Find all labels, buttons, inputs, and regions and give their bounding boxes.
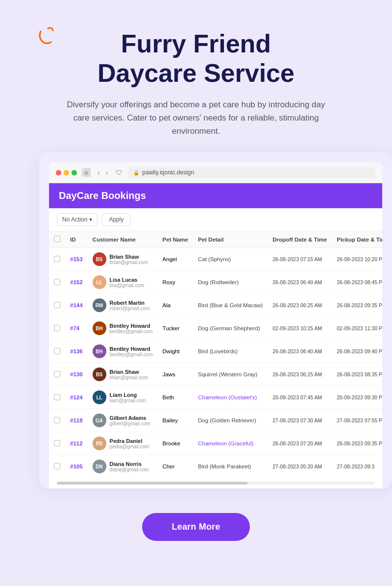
row-id: #112 [65,432,88,455]
customer-email: bentley@gmail.com [110,352,153,357]
row-pickup: 02-09-2023 11:30 P [332,317,382,340]
row-pickup: 26-08-2023 08:35 P [332,363,382,386]
row-dropoff: 02-09-2023 10:25 AM [268,317,332,340]
row-checkbox[interactable] [54,302,60,308]
browser-url-bar[interactable]: 🔒 pawlly.iqonic.design [128,167,375,178]
row-checkbox-cell [49,248,65,271]
header-id: ID [65,231,88,248]
row-pet-detail: Chameleon (Oustalet's) [193,386,268,409]
row-checkbox[interactable] [54,417,60,423]
row-id: #105 [65,455,88,478]
learn-more-button[interactable]: Learn More [142,513,249,541]
table-header-row: ID Customer Name Pet Name Pet Detail Dro… [49,231,382,248]
avatar: BH [93,321,106,335]
avatar: RM [93,298,106,312]
row-pet-name: Dwight [158,340,193,363]
customer-email: gilbert@gmail.com [110,421,150,426]
customer-email: brian@gmail.com [110,375,148,380]
table-row: #130 BS Brian Shaw brian@gmail.com Jaws … [49,363,382,386]
row-customer: BH Bentley Howard bentley@gmail.com [88,340,158,363]
row-checkbox-cell [49,340,65,363]
row-checkbox[interactable] [54,348,60,354]
row-checkbox[interactable] [54,371,60,377]
browser-mockup: ⊞ ‹ › 🛡 🔒 pawlly.iqonic.design DayCare B… [39,152,392,488]
row-customer: RM Robert Martin robert@gmail.com [88,294,158,317]
row-dropoff: 26-08-2023 07:20 AM [268,432,332,455]
header-pet-name: Pet Name [158,231,193,248]
row-pet-detail: Cat (Sphynx) [193,248,268,271]
horizontal-scrollbar[interactable] [57,482,374,485]
row-pet-detail: Bird (Blue & Gold Macaw) [193,294,268,317]
customer-email: brian@gmail.com [110,260,148,265]
row-pet-name: Jaws [158,363,193,386]
browser-dots [56,170,77,175]
row-checkbox[interactable] [54,394,60,400]
apply-button[interactable]: Apply [101,213,131,226]
avatar: BS [93,252,106,266]
row-dropoff: 26-08-2023 06:40 AM [268,271,332,294]
row-checkbox-cell [49,409,65,432]
row-pickup: 26-08-2023 08:45 P [332,271,382,294]
row-id: #136 [65,340,88,363]
row-checkbox[interactable] [54,256,60,262]
row-checkbox[interactable] [54,440,60,446]
header-customer-name: Customer Name [88,231,158,248]
scrollbar-thumb [57,482,247,485]
row-id: #124 [65,386,88,409]
row-checkbox-cell [49,386,65,409]
table-row: #112 PD Pedra Daniel pedra@gmail.com Bro… [49,432,382,455]
browser-content: DayCare Bookings No Action ▾ Apply [49,183,382,488]
row-checkbox[interactable] [54,463,60,469]
row-checkbox-cell [49,455,65,478]
avatar: BH [93,344,106,358]
table-row: #118 GA Gilbert Adams gilbert@gmail.com … [49,409,382,432]
customer-email: diana@gmail.com [110,467,149,472]
row-pet-detail: Squirrel (Western Gray) [193,363,268,386]
row-dropoff: 27-08-2023 07:30 AM [268,409,332,432]
row-customer: BH Bentley Howard bentley@gmail.com [88,317,158,340]
row-dropoff: 26-08-2023 06:25 AM [268,363,332,386]
row-customer: BS Brian Shaw brian@gmail.com [88,363,158,386]
row-pet-name: Roxy [158,271,193,294]
table-row: #136 BH Bentley Howard bentley@gmail.com… [49,340,382,363]
customer-email: liam@gmail.com [110,398,146,403]
row-checkbox[interactable] [54,279,60,285]
no-action-dropdown[interactable]: No Action ▾ [57,213,98,226]
row-pet-detail: Bird (Monk Parakeet) [193,455,268,478]
row-checkbox-cell [49,432,65,455]
row-pickup: 26-08-2023 09:35 P [332,294,382,317]
row-id: #152 [65,271,88,294]
header-checkbox[interactable] [54,236,60,242]
row-checkbox[interactable] [54,325,60,331]
table-toolbar: No Action ▾ Apply [49,208,382,231]
browser-grid-icon: ⊞ [82,168,91,177]
customer-name: Pedra Daniel [110,438,149,444]
row-id: #130 [65,363,88,386]
browser-back[interactable]: ‹ [96,168,102,177]
row-pickup: 26-08-2023 09:35 P [332,432,382,455]
avatar: LL [93,275,106,289]
customer-email: bentley@gmail.com [110,329,153,334]
row-customer: DN Diana Norris diana@gmail.com [88,455,158,478]
row-dropoff: 26-08-2023 06:40 AM [268,340,332,363]
chevron-down-icon: ▾ [89,216,92,223]
customer-name: Robert Martin [110,300,150,306]
row-dropoff: 20-09-2023 07:45 AM [268,386,332,409]
row-pet-name: Tucker [158,317,193,340]
row-dropoff: 27-08-2023 05:20 AM [268,455,332,478]
customer-name: Lisa Lucas [110,277,145,283]
hero-subtitle: Diversify your offerings and become a pe… [64,98,328,138]
customer-name: Brian Shaw [110,369,148,375]
customer-name: Bentley Howard [110,323,153,329]
row-customer: BS Brian Shaw brian@gmail.com [88,248,158,271]
header-checkbox-cell [49,231,65,248]
row-pickup: 26-08-2023 10:20 P [332,248,382,271]
table-row: #153 BS Brian Shaw brian@gmail.com Angel… [49,248,382,271]
row-customer: LL Liam Long liam@gmail.com [88,386,158,409]
avatar: GA [93,414,106,427]
row-pet-name: Ala [158,294,193,317]
browser-forward[interactable]: › [104,168,110,177]
avatar: LL [93,391,106,404]
row-pet-detail: Chameleon (Graceful) [193,432,268,455]
customer-name: Gilbert Adams [110,415,150,421]
